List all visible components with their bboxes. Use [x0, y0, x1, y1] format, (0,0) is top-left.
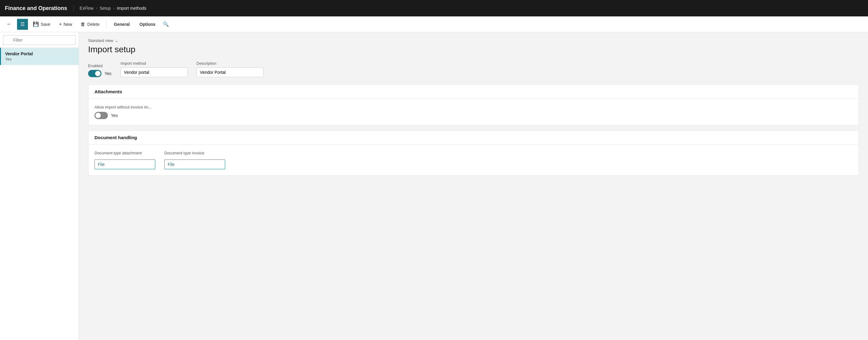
tab-general[interactable]: General [110, 17, 134, 32]
allow-import-label: Allow import without invoice im... [94, 105, 852, 110]
document-handling-body: Document type attachment Document type i… [88, 145, 859, 175]
description-label: Description [196, 61, 264, 66]
document-handling-header: Document handling [88, 131, 859, 145]
doc-type-invoice-label: Document type invoice [164, 151, 225, 155]
import-method-label: Import method [121, 61, 187, 66]
attachments-body: Allow import without invoice im... Yes [88, 99, 859, 125]
menu-button[interactable]: ☰ [17, 19, 28, 30]
save-button[interactable]: 💾 Save [29, 20, 54, 29]
doc-type-attachment-group: Document type attachment [94, 151, 155, 169]
enabled-toggle[interactable] [88, 70, 101, 77]
breadcrumb-import-methods[interactable]: Import methods [117, 6, 147, 11]
page-title: Import setup [88, 45, 859, 54]
new-button[interactable]: + New [55, 20, 76, 29]
doc-type-invoice-group: Document type invoice [164, 151, 225, 169]
search-icon: 🔍 [163, 21, 169, 27]
enabled-label: Enabled [88, 63, 112, 68]
back-button[interactable]: ← [4, 19, 14, 30]
allow-import-toggle-container: Yes [94, 112, 852, 119]
doc-type-invoice-input[interactable] [164, 159, 225, 169]
delete-icon: 🗑 [81, 22, 85, 27]
description-input[interactable] [196, 67, 264, 77]
filter-input-container: 🔍 [3, 35, 76, 45]
breadcrumb-sep-2: › [113, 6, 115, 10]
description-group: Description [196, 61, 264, 77]
doc-type-attachment-input[interactable] [94, 159, 155, 169]
left-panel: 🔍 Vendor Portal Yes [0, 32, 79, 340]
list-item-title: Vendor Portal [5, 51, 74, 56]
top-form-row: Enabled Yes Import method Description [88, 61, 859, 77]
toolbar: ← ☰ 💾 Save + New 🗑 Delete General Option… [0, 17, 868, 32]
chevron-down-icon: ⌄ [115, 38, 118, 43]
breadcrumb-setup[interactable]: Setup [100, 6, 111, 11]
list-item[interactable]: Vendor Portal Yes [0, 48, 79, 65]
main-layout: 🔍 Vendor Portal Yes Standard view ⌄ Impo… [0, 32, 868, 340]
import-method-group: Import method [121, 61, 187, 77]
breadcrumb-exflow[interactable]: ExFlow [80, 6, 94, 11]
doc-type-attachment-label: Document type attachment [94, 151, 155, 155]
allow-import-toggle[interactable] [94, 112, 108, 119]
list-item-sub: Yes [5, 57, 74, 61]
toolbar-search-button[interactable]: 🔍 [161, 20, 171, 29]
attachments-header: Attachments [88, 85, 859, 99]
brand-title: Finance and Operations [5, 5, 73, 11]
filter-wrap: 🔍 [0, 32, 79, 48]
tab-options[interactable]: Options [135, 17, 160, 32]
breadcrumb-sep-1: › [96, 6, 97, 10]
new-icon: + [59, 22, 62, 27]
delete-button[interactable]: 🗑 Delete [77, 20, 103, 29]
import-method-input[interactable] [121, 67, 187, 77]
enabled-group: Enabled Yes [88, 63, 112, 77]
view-label[interactable]: Standard view ⌄ [88, 38, 859, 43]
allow-import-toggle-thumb [95, 113, 101, 118]
allow-import-toggle-label: Yes [111, 113, 118, 118]
enabled-toggle-thumb [95, 71, 100, 76]
hamburger-icon: ☰ [20, 21, 25, 27]
right-panel: Standard view ⌄ Import setup Enabled Yes… [79, 32, 868, 340]
top-bar: Finance and Operations ExFlow › Setup › … [0, 0, 868, 17]
doc-type-row: Document type attachment Document type i… [94, 151, 852, 169]
save-icon: 💾 [33, 21, 39, 27]
breadcrumb: ExFlow › Setup › Import methods [80, 6, 147, 11]
filter-input[interactable] [3, 35, 76, 45]
document-handling-section: Document handling Document type attachme… [88, 130, 859, 176]
enabled-toggle-label: Yes [104, 71, 112, 76]
enabled-toggle-container: Yes [88, 70, 112, 77]
attachments-section: Attachments Allow import without invoice… [88, 85, 859, 125]
